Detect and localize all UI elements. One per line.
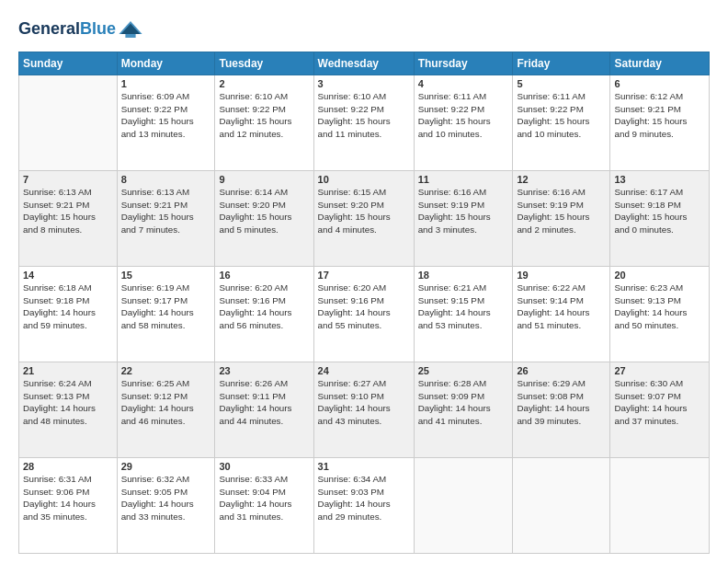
day-number: 4 bbox=[418, 78, 509, 89]
day-number: 21 bbox=[23, 365, 113, 376]
calendar-cell: 1Sunrise: 6:09 AMSunset: 9:22 PMDaylight… bbox=[117, 75, 215, 171]
day-info: Sunrise: 6:23 AMSunset: 9:13 PMDaylight:… bbox=[614, 282, 705, 331]
day-number: 25 bbox=[418, 365, 509, 376]
day-info: Sunrise: 6:19 AMSunset: 9:17 PMDaylight:… bbox=[121, 282, 211, 331]
day-number: 19 bbox=[517, 270, 606, 281]
day-number: 9 bbox=[219, 174, 309, 185]
day-info: Sunrise: 6:32 AMSunset: 9:05 PMDaylight:… bbox=[121, 473, 211, 523]
calendar-cell: 10Sunrise: 6:15 AMSunset: 9:20 PMDayligh… bbox=[313, 171, 414, 267]
day-info: Sunrise: 6:20 AMSunset: 9:16 PMDaylight:… bbox=[318, 282, 410, 331]
day-number: 11 bbox=[418, 174, 509, 185]
day-info: Sunrise: 6:31 AMSunset: 9:06 PMDaylight:… bbox=[23, 473, 113, 523]
calendar-week-row: 14Sunrise: 6:18 AMSunset: 9:18 PMDayligh… bbox=[19, 267, 710, 362]
day-info: Sunrise: 6:28 AMSunset: 9:09 PMDaylight:… bbox=[418, 377, 509, 427]
day-info: Sunrise: 6:11 AMSunset: 9:22 PMDaylight:… bbox=[418, 90, 509, 140]
calendar-cell: 19Sunrise: 6:22 AMSunset: 9:14 PMDayligh… bbox=[513, 267, 610, 362]
calendar-week-row: 21Sunrise: 6:24 AMSunset: 9:13 PMDayligh… bbox=[19, 362, 710, 458]
day-info: Sunrise: 6:26 AMSunset: 9:11 PMDaylight:… bbox=[219, 377, 309, 427]
calendar-cell: 24Sunrise: 6:27 AMSunset: 9:10 PMDayligh… bbox=[313, 362, 414, 458]
calendar-cell bbox=[610, 458, 710, 554]
day-info: Sunrise: 6:12 AMSunset: 9:21 PMDaylight:… bbox=[614, 90, 705, 140]
day-number: 20 bbox=[614, 270, 705, 281]
day-number: 26 bbox=[517, 365, 606, 376]
day-number: 23 bbox=[219, 365, 309, 376]
day-number: 1 bbox=[121, 78, 211, 89]
day-info: Sunrise: 6:20 AMSunset: 9:16 PMDaylight:… bbox=[219, 282, 309, 331]
calendar-cell: 12Sunrise: 6:16 AMSunset: 9:19 PMDayligh… bbox=[513, 171, 610, 267]
day-number: 24 bbox=[318, 365, 410, 376]
calendar-cell: 18Sunrise: 6:21 AMSunset: 9:15 PMDayligh… bbox=[414, 267, 513, 362]
day-number: 8 bbox=[121, 174, 211, 185]
day-number: 7 bbox=[23, 174, 113, 185]
logo-text: GeneralBlue bbox=[18, 20, 116, 39]
calendar-week-row: 7Sunrise: 6:13 AMSunset: 9:21 PMDaylight… bbox=[19, 171, 710, 267]
day-info: Sunrise: 6:13 AMSunset: 9:21 PMDaylight:… bbox=[23, 186, 113, 236]
calendar-cell: 25Sunrise: 6:28 AMSunset: 9:09 PMDayligh… bbox=[414, 362, 513, 458]
day-info: Sunrise: 6:27 AMSunset: 9:10 PMDaylight:… bbox=[318, 377, 410, 427]
logo: GeneralBlue bbox=[18, 17, 143, 42]
day-info: Sunrise: 6:15 AMSunset: 9:20 PMDaylight:… bbox=[318, 186, 410, 236]
logo-icon bbox=[118, 17, 143, 42]
calendar-cell: 7Sunrise: 6:13 AMSunset: 9:21 PMDaylight… bbox=[19, 171, 118, 267]
day-number: 5 bbox=[517, 78, 606, 89]
day-info: Sunrise: 6:30 AMSunset: 9:07 PMDaylight:… bbox=[614, 377, 705, 427]
day-number: 16 bbox=[219, 270, 309, 281]
day-info: Sunrise: 6:13 AMSunset: 9:21 PMDaylight:… bbox=[121, 186, 211, 236]
day-number: 28 bbox=[23, 461, 113, 472]
day-info: Sunrise: 6:33 AMSunset: 9:04 PMDaylight:… bbox=[219, 473, 309, 523]
day-info: Sunrise: 6:16 AMSunset: 9:19 PMDaylight:… bbox=[517, 186, 606, 236]
calendar-cell: 27Sunrise: 6:30 AMSunset: 9:07 PMDayligh… bbox=[610, 362, 710, 458]
header: GeneralBlue bbox=[18, 17, 710, 42]
day-number: 14 bbox=[23, 270, 113, 281]
weekday-header-row: SundayMondayTuesdayWednesdayThursdayFrid… bbox=[19, 52, 710, 75]
day-number: 17 bbox=[318, 270, 410, 281]
calendar-cell bbox=[19, 75, 118, 171]
day-info: Sunrise: 6:25 AMSunset: 9:12 PMDaylight:… bbox=[121, 377, 211, 427]
calendar-table: SundayMondayTuesdayWednesdayThursdayFrid… bbox=[18, 52, 710, 554]
weekday-header-wednesday: Wednesday bbox=[313, 52, 414, 75]
calendar-cell: 6Sunrise: 6:12 AMSunset: 9:21 PMDaylight… bbox=[610, 75, 710, 171]
day-number: 12 bbox=[517, 174, 606, 185]
weekday-header-tuesday: Tuesday bbox=[215, 52, 313, 75]
day-info: Sunrise: 6:11 AMSunset: 9:22 PMDaylight:… bbox=[517, 90, 606, 140]
day-number: 6 bbox=[614, 78, 705, 89]
day-number: 22 bbox=[121, 365, 211, 376]
calendar-cell: 11Sunrise: 6:16 AMSunset: 9:19 PMDayligh… bbox=[414, 171, 513, 267]
calendar-cell: 8Sunrise: 6:13 AMSunset: 9:21 PMDaylight… bbox=[117, 171, 215, 267]
day-info: Sunrise: 6:29 AMSunset: 9:08 PMDaylight:… bbox=[517, 377, 606, 427]
weekday-header-monday: Monday bbox=[117, 52, 215, 75]
day-number: 10 bbox=[318, 174, 410, 185]
calendar-cell: 26Sunrise: 6:29 AMSunset: 9:08 PMDayligh… bbox=[513, 362, 610, 458]
calendar-cell: 30Sunrise: 6:33 AMSunset: 9:04 PMDayligh… bbox=[215, 458, 313, 554]
calendar-cell: 23Sunrise: 6:26 AMSunset: 9:11 PMDayligh… bbox=[215, 362, 313, 458]
day-number: 13 bbox=[614, 174, 705, 185]
calendar-week-row: 28Sunrise: 6:31 AMSunset: 9:06 PMDayligh… bbox=[19, 458, 710, 554]
day-number: 2 bbox=[219, 78, 309, 89]
day-info: Sunrise: 6:14 AMSunset: 9:20 PMDaylight:… bbox=[219, 186, 309, 236]
calendar-cell: 5Sunrise: 6:11 AMSunset: 9:22 PMDaylight… bbox=[513, 75, 610, 171]
calendar-cell: 4Sunrise: 6:11 AMSunset: 9:22 PMDaylight… bbox=[414, 75, 513, 171]
calendar-cell: 2Sunrise: 6:10 AMSunset: 9:22 PMDaylight… bbox=[215, 75, 313, 171]
weekday-header-sunday: Sunday bbox=[19, 52, 118, 75]
calendar-cell: 29Sunrise: 6:32 AMSunset: 9:05 PMDayligh… bbox=[117, 458, 215, 554]
calendar-cell: 22Sunrise: 6:25 AMSunset: 9:12 PMDayligh… bbox=[117, 362, 215, 458]
page: GeneralBlue SundayMondayTuesdayWednesday… bbox=[0, 0, 728, 563]
day-info: Sunrise: 6:09 AMSunset: 9:22 PMDaylight:… bbox=[121, 90, 211, 140]
day-info: Sunrise: 6:10 AMSunset: 9:22 PMDaylight:… bbox=[318, 90, 410, 140]
weekday-header-friday: Friday bbox=[513, 52, 610, 75]
day-number: 30 bbox=[219, 461, 309, 472]
day-info: Sunrise: 6:10 AMSunset: 9:22 PMDaylight:… bbox=[219, 90, 309, 140]
weekday-header-saturday: Saturday bbox=[610, 52, 710, 75]
calendar-cell: 16Sunrise: 6:20 AMSunset: 9:16 PMDayligh… bbox=[215, 267, 313, 362]
day-info: Sunrise: 6:21 AMSunset: 9:15 PMDaylight:… bbox=[418, 282, 509, 331]
calendar-cell: 14Sunrise: 6:18 AMSunset: 9:18 PMDayligh… bbox=[19, 267, 118, 362]
day-number: 15 bbox=[121, 270, 211, 281]
day-info: Sunrise: 6:16 AMSunset: 9:19 PMDaylight:… bbox=[418, 186, 509, 236]
day-info: Sunrise: 6:22 AMSunset: 9:14 PMDaylight:… bbox=[517, 282, 606, 331]
calendar-week-row: 1Sunrise: 6:09 AMSunset: 9:22 PMDaylight… bbox=[19, 75, 710, 171]
day-number: 31 bbox=[318, 461, 410, 472]
weekday-header-thursday: Thursday bbox=[414, 52, 513, 75]
day-info: Sunrise: 6:17 AMSunset: 9:18 PMDaylight:… bbox=[614, 186, 705, 236]
calendar-cell: 13Sunrise: 6:17 AMSunset: 9:18 PMDayligh… bbox=[610, 171, 710, 267]
day-info: Sunrise: 6:18 AMSunset: 9:18 PMDaylight:… bbox=[23, 282, 113, 331]
